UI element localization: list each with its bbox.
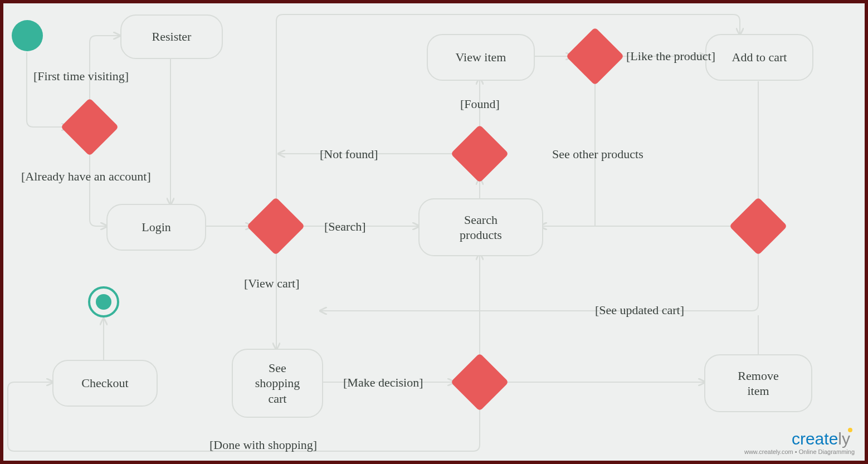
edge-label-found: [Found] [460,97,500,111]
node-remove-item: Remove item [704,354,812,412]
watermark-brand-ly: ly [838,429,850,448]
node-label: Remove item [738,368,778,399]
bulb-icon [848,428,852,432]
node-login: Login [106,204,206,251]
decision-first-visit [61,98,119,157]
decision-after-login [247,197,305,256]
node-label: Search products [460,212,502,243]
watermark-tagline: www.creately.com • Online Diagramming [744,448,855,455]
node-label: Resister [152,29,192,45]
end-node-inner [96,294,111,310]
edge-label-make-decision: [Make decision] [343,375,423,390]
edge-label-like-product: [Like the product] [626,49,715,64]
end-node [88,286,119,318]
node-label: Add to cart [732,50,787,65]
watermark: creately www.creately.com • Online Diagr… [744,429,855,455]
decision-found [451,125,509,183]
node-view-item: View item [427,34,535,81]
node-search-products: Search products [418,198,543,256]
edge-label-first-time: [First time visiting] [33,69,129,84]
decision-like [566,27,625,86]
watermark-brand: creately [744,429,855,448]
diagram-frame: Resister Login Search products View item… [0,0,868,464]
decision-cart [451,353,509,412]
edge-label-search: [Search] [324,219,366,234]
edge-label-see-other: See other products [552,147,643,162]
node-label: See shopping cart [255,360,300,407]
node-checkout: Checkout [52,360,158,407]
decision-after-add [729,197,788,256]
edge-label-not-found: [Not found] [320,147,378,162]
node-label: View item [456,50,506,65]
node-add-to-cart: Add to cart [705,34,813,81]
edge-label-already-have: [Already have an account] [21,169,151,184]
watermark-brand-create: create [792,429,838,448]
node-register: Resister [120,14,223,59]
edge-label-view-cart: [View cart] [244,276,299,291]
edge-label-see-updated-cart: [See updated cart] [595,303,684,318]
start-node [12,20,43,51]
node-see-cart: See shopping cart [232,349,323,418]
node-label: Login [142,219,171,235]
node-label: Checkout [81,375,128,391]
edge-label-done-shopping: [Done with shopping] [209,438,317,452]
diagram-stage: Resister Login Search products View item… [3,3,865,461]
